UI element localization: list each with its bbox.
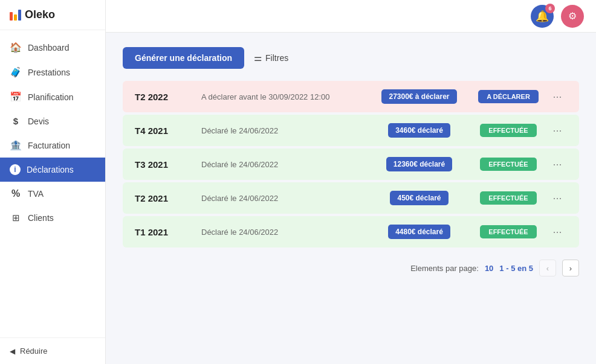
home-icon: 🏠 [10,42,22,53]
declaration-status: A DÉCLARER [469,90,548,103]
declaration-row: T2 2022 A déclarer avant le 30/09/2022 1… [123,81,579,112]
sidebar-item-label: Prestations [28,68,70,77]
per-page-label: Elements par page: [410,264,479,273]
declaration-amount: 27300€ à déclarer [369,89,469,104]
declaration-period: T2 2022 [135,92,201,102]
logo-area: Oleko [0,0,105,30]
nav-items: 🏠 Dashboard 🧳 Prestations 📅 Planificatio… [0,30,105,337]
sidebar-item-label: Déclarations [27,165,74,174]
briefcase-icon: 🧳 [10,66,22,78]
declaration-description: A déclarer avant le 30/09/2022 12:00 [201,92,369,101]
notifications-button[interactable]: 🔔 6 [531,5,554,28]
per-page-value[interactable]: 10 [485,264,493,273]
calendar-icon: 📅 [10,91,22,103]
filter-button[interactable]: ⚌ Filtres [254,53,288,63]
more-options-button[interactable]: ··· [548,91,567,103]
declaration-status: EFFECTUÉE [469,225,548,238]
declaration-description: Déclaré le 24/06/2022 [201,194,369,203]
declaration-amount: 3460€ déclaré [369,123,469,138]
toolbar: Générer une déclaration ⚌ Filtres [123,47,579,69]
sidebar-item-clients[interactable]: ⊞ Clients [0,206,105,230]
filter-icon: ⚌ [254,53,262,63]
pagination-next-button[interactable]: › [562,260,579,276]
sidebar-item-prestations[interactable]: 🧳 Prestations [0,60,105,85]
status-badge: EFFECTUÉE [480,158,536,171]
user-settings-icon: ⚙ [568,10,577,22]
pagination-range: 1 - 5 en 5 [499,264,533,273]
percent-icon: % [10,188,22,199]
sidebar-item-declarations[interactable]: i Déclarations [0,158,105,182]
more-options-button[interactable]: ··· [548,192,567,205]
amount-badge: 3460€ déclaré [388,123,450,138]
sidebar-item-label: Clients [28,213,54,223]
page-content: Générer une déclaration ⚌ Filtres T2 202… [106,33,596,364]
sidebar-item-facturation[interactable]: 🏦 Facturation [0,133,105,158]
more-options-button[interactable]: ··· [548,158,567,171]
more-options-button[interactable]: ··· [548,226,567,238]
logo-text: Oleko [25,8,55,21]
sidebar-item-label: Devis [28,117,49,126]
sidebar: Oleko 🏠 Dashboard 🧳 Prestations 📅 Planif… [0,0,106,364]
declaration-period: T2 2021 [135,193,201,203]
declaration-period: T4 2021 [135,126,201,136]
dollar-icon: $ [10,116,22,126]
main-content: 🔔 6 ⚙ Générer une déclaration ⚌ Filtres … [106,0,596,364]
reduce-label: Réduire [20,346,48,356]
declaration-row: T2 2021 Déclaré le 24/06/2022 450€ décla… [123,182,579,214]
declaration-row: T1 2021 Déclaré le 24/06/2022 4480€ décl… [123,216,579,247]
declaration-description: Déclaré le 24/06/2022 [201,126,369,135]
declaration-period: T3 2021 [135,159,201,170]
sidebar-item-label: TVA [28,189,44,199]
sidebar-item-label: Dashboard [28,43,70,53]
declaration-status: EFFECTUÉE [469,191,548,205]
sidebar-item-dashboard[interactable]: 🏠 Dashboard [0,35,105,60]
more-options-button[interactable]: ··· [548,124,567,137]
pagination-prev-button[interactable]: ‹ [539,260,556,276]
notification-badge: 6 [545,4,555,13]
chevron-left-icon: ◀ [10,347,15,356]
sidebar-item-label: Planification [28,92,74,102]
declaration-period: T1 2021 [135,227,201,237]
status-badge: A DÉCLARER [478,90,539,103]
topbar: 🔔 6 ⚙ [106,0,596,33]
user-button[interactable]: ⚙ [561,5,584,28]
generate-declaration-button[interactable]: Générer une déclaration [123,47,244,69]
sidebar-item-label: Facturation [28,141,70,150]
declaration-row: T4 2021 Déclaré le 24/06/2022 3460€ décl… [123,115,579,146]
declaration-status: EFFECTUÉE [469,124,548,137]
pagination: Elements par page: 10 1 - 5 en 5 ‹ › [123,250,579,279]
declaration-amount: 450€ déclaré [369,191,469,205]
status-badge: EFFECTUÉE [480,124,536,137]
declarations-list: T2 2022 A déclarer avant le 30/09/2022 1… [123,81,579,250]
amount-badge: 12360€ déclaré [386,157,452,171]
declaration-description: Déclaré le 24/06/2022 [201,160,369,169]
declaration-status: EFFECTUÉE [469,158,548,171]
amount-badge: 450€ déclaré [390,191,448,205]
declaration-row: T3 2021 Déclaré le 24/06/2022 12360€ déc… [123,148,579,180]
status-badge: EFFECTUÉE [480,225,536,238]
sidebar-item-planification[interactable]: 📅 Planification [0,85,105,109]
bank-icon: 🏦 [10,139,22,151]
sidebar-item-devis[interactable]: $ Devis [0,109,105,133]
sidebar-item-tva[interactable]: % TVA [0,182,105,206]
amount-badge: 27300€ à déclarer [381,89,456,104]
logo-icon [10,10,21,21]
declaration-amount: 12360€ déclaré [369,157,469,171]
filter-label: Filtres [265,53,288,63]
amount-badge: 4480€ déclaré [388,225,450,239]
declaration-amount: 4480€ déclaré [369,225,469,239]
grid-icon: ⊞ [10,212,22,223]
status-badge: EFFECTUÉE [480,191,536,205]
sidebar-reduce[interactable]: ◀ Réduire [0,337,105,364]
declaration-description: Déclaré le 24/06/2022 [201,228,369,237]
info-icon: i [10,164,21,175]
